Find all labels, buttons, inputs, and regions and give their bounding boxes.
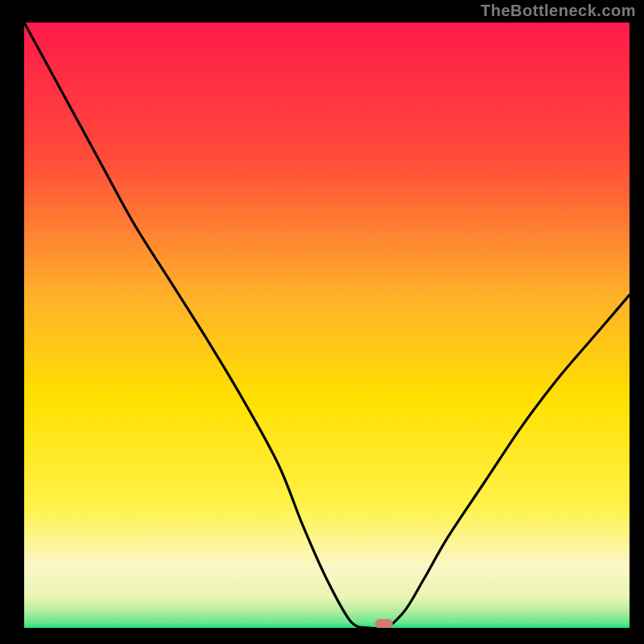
- chart-stage: TheBottleneck.com: [0, 0, 644, 644]
- watermark-text: TheBottleneck.com: [481, 2, 636, 20]
- optimal-marker: [375, 619, 393, 628]
- plot-area: [24, 23, 630, 628]
- bottleneck-curve: [24, 23, 630, 628]
